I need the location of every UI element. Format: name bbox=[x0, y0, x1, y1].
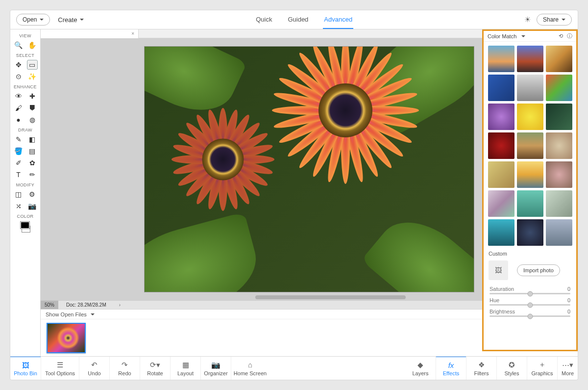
doc-size: Doc: 28.2M/28.2M bbox=[58, 302, 114, 308]
reset-icon[interactable]: ⟲ bbox=[559, 33, 563, 39]
preset-thumb[interactable] bbox=[517, 190, 543, 217]
document-tab[interactable]: × bbox=[41, 29, 139, 38]
chevron-down-icon[interactable] bbox=[521, 35, 525, 37]
slider-track[interactable] bbox=[490, 315, 570, 317]
close-icon[interactable]: × bbox=[131, 31, 134, 36]
tab-guided[interactable]: Guided bbox=[287, 11, 309, 29]
preset-thumb[interactable] bbox=[517, 132, 543, 159]
slider-track[interactable] bbox=[490, 293, 570, 294]
preset-thumb[interactable] bbox=[546, 104, 572, 130]
hand-tool-icon[interactable]: ✋ bbox=[27, 40, 38, 50]
lasso-tool-icon[interactable]: ⊙ bbox=[13, 72, 24, 81]
brightness-icon[interactable]: ☀ bbox=[524, 15, 531, 24]
more-button[interactable]: ⋯▾More bbox=[557, 357, 578, 380]
app-root: Open Create Quick Guided Advanced ☀ Shar… bbox=[0, 0, 588, 390]
panel-header: Color Match ⟲ ⓘ bbox=[484, 31, 576, 42]
magic-wand-tool-icon[interactable]: ✨ bbox=[27, 72, 38, 81]
rotate-button[interactable]: ⟳▾Rotate bbox=[140, 357, 170, 380]
zoom-level[interactable]: 50% bbox=[41, 301, 58, 309]
redo-button[interactable]: ↷Redo bbox=[109, 357, 140, 380]
open-button[interactable]: Open bbox=[16, 14, 50, 26]
move-tool-icon[interactable]: ✥ bbox=[13, 60, 24, 70]
open-files-dropdown[interactable]: Show Open Files bbox=[46, 312, 95, 317]
toolbar-section-modify: MODIFY bbox=[16, 182, 34, 187]
slider-label: Hue bbox=[490, 297, 499, 303]
preset-thumb[interactable] bbox=[488, 75, 514, 101]
slider-thumb[interactable] bbox=[527, 291, 533, 296]
status-menu-icon[interactable]: › bbox=[114, 302, 125, 308]
slider-brightness: Brightness0 bbox=[490, 309, 570, 317]
pencil-tool-icon[interactable]: ✏ bbox=[27, 170, 38, 180]
eyedropper-tool-icon[interactable]: ✐ bbox=[13, 158, 24, 168]
color-swatch[interactable] bbox=[19, 222, 32, 233]
tab-advanced[interactable]: Advanced bbox=[323, 11, 353, 29]
clone-tool-icon[interactable]: ⛊ bbox=[27, 103, 38, 113]
content-move-icon[interactable]: ⤮ bbox=[13, 201, 24, 211]
import-photo-button[interactable]: Import photo bbox=[517, 264, 560, 276]
type-tool-icon[interactable]: T bbox=[13, 170, 24, 180]
preset-thumb[interactable] bbox=[546, 161, 572, 188]
file-thumbnail[interactable] bbox=[47, 323, 86, 353]
slider-label: Saturation bbox=[490, 286, 514, 292]
slider-thumb[interactable] bbox=[527, 313, 533, 319]
preset-thumb[interactable] bbox=[517, 46, 543, 72]
layers-button[interactable]: ◆Layers bbox=[405, 357, 436, 380]
preset-thumb[interactable] bbox=[488, 104, 514, 130]
recompose-tool-icon[interactable]: ⚙ bbox=[27, 189, 38, 199]
scrollbar-thumb[interactable] bbox=[255, 295, 406, 299]
brush-tool-icon[interactable]: ✎ bbox=[13, 134, 24, 144]
layout-button[interactable]: ▦Layout bbox=[170, 357, 200, 380]
share-button[interactable]: Share bbox=[537, 14, 572, 26]
sponge-tool-icon[interactable]: ◍ bbox=[27, 115, 38, 125]
preset-thumb[interactable] bbox=[546, 219, 572, 246]
preset-thumb[interactable] bbox=[546, 190, 572, 217]
preset-thumb[interactable] bbox=[488, 219, 514, 246]
preset-thumb[interactable] bbox=[488, 132, 514, 159]
tool-options-button[interactable]: ☰Tool Options bbox=[41, 357, 79, 380]
zoom-tool-icon[interactable]: 🔍 bbox=[13, 40, 24, 50]
foreground-color-swatch[interactable] bbox=[21, 222, 29, 229]
preset-thumb[interactable] bbox=[517, 161, 543, 188]
preset-thumb[interactable] bbox=[517, 219, 543, 246]
btn-label: Filters bbox=[474, 370, 489, 376]
photo-bin-button[interactable]: 🖼Photo Bin bbox=[10, 356, 41, 380]
smart-brush-icon[interactable]: 🖌 bbox=[13, 103, 24, 113]
marquee-tool-icon[interactable]: ▭ bbox=[27, 60, 38, 70]
eraser-tool-icon[interactable]: ◧ bbox=[27, 134, 38, 144]
create-button[interactable]: Create bbox=[58, 16, 84, 24]
slider-thumb[interactable] bbox=[527, 302, 533, 308]
gradient-tool-icon[interactable]: ▤ bbox=[27, 146, 38, 156]
preset-thumb[interactable] bbox=[546, 75, 572, 101]
preset-thumb[interactable] bbox=[517, 75, 543, 101]
panel-title: Color Match bbox=[488, 33, 516, 39]
chevron-down-icon bbox=[91, 313, 95, 315]
organizer-button[interactable]: 📷Organizer bbox=[200, 357, 231, 380]
btn-label: Photo Bin bbox=[14, 370, 37, 376]
styles-button[interactable]: ✪Styles bbox=[496, 357, 527, 380]
preset-thumb[interactable] bbox=[517, 104, 543, 130]
color-match-panel: Color Match ⟲ ⓘ bbox=[482, 29, 578, 351]
filters-button[interactable]: ❖Filters bbox=[466, 357, 496, 380]
fill-tool-icon[interactable]: 🪣 bbox=[13, 146, 24, 156]
redeye-tool-icon[interactable]: 👁 bbox=[13, 91, 24, 101]
slider-track[interactable] bbox=[490, 304, 570, 306]
custom-swatch[interactable]: 🖼 bbox=[489, 260, 508, 280]
tab-quick[interactable]: Quick bbox=[255, 11, 273, 29]
straighten-tool-icon[interactable]: 📷 bbox=[27, 201, 38, 211]
healing-tool-icon[interactable]: ✚ bbox=[27, 91, 38, 101]
graphics-button[interactable]: ＋Graphics bbox=[527, 357, 557, 380]
sliders-group: Saturation0 Hue0 Brightness0 bbox=[484, 284, 576, 322]
help-icon[interactable]: ⓘ bbox=[567, 32, 572, 40]
preset-thumb[interactable] bbox=[546, 132, 572, 159]
shape-tool-icon[interactable]: ✿ bbox=[27, 158, 38, 168]
undo-button[interactable]: ↶Undo bbox=[79, 357, 109, 380]
preset-thumb[interactable] bbox=[488, 161, 514, 188]
toolbar-section-enhance: ENHANCE bbox=[14, 84, 37, 89]
effects-button[interactable]: fxEffects bbox=[436, 356, 466, 380]
blur-tool-icon[interactable]: ● bbox=[13, 115, 24, 125]
preset-thumb[interactable] bbox=[488, 46, 514, 72]
preset-thumb[interactable] bbox=[546, 46, 572, 72]
crop-tool-icon[interactable]: ◫ bbox=[13, 189, 24, 199]
preset-thumb[interactable] bbox=[488, 190, 514, 217]
home-screen-button[interactable]: ⌂Home Screen bbox=[231, 357, 269, 380]
